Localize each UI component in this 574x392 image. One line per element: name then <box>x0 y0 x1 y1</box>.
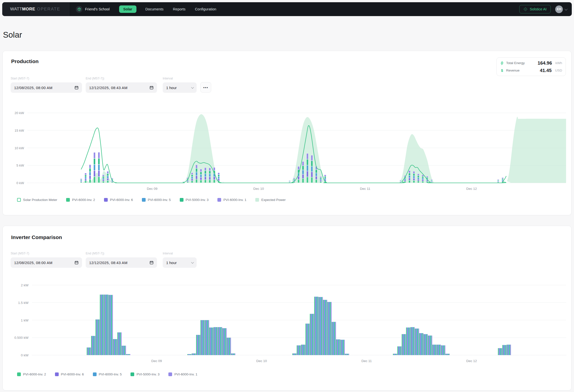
legend-item[interactable]: PVI-6000-Inv. 6 <box>55 372 84 376</box>
legend-label: PVI-6000-Inv. 5 <box>99 372 122 376</box>
brand-watt: WATT <box>10 7 22 11</box>
legend-label: Solar Production Meter <box>23 198 57 202</box>
svg-text:Dec 10: Dec 10 <box>256 359 267 363</box>
legend-label: PVI-6000-Inv. 5 <box>148 198 171 202</box>
sparkle-expand-icon <box>523 7 527 11</box>
legend-item[interactable]: PVI-6000-Inv. 2 <box>17 372 46 376</box>
legend-swatch <box>17 372 21 376</box>
nav-item-configuration[interactable]: Configuration <box>194 5 217 13</box>
svg-text:Dec 10: Dec 10 <box>253 187 264 191</box>
svg-text:0.500 kW: 0.500 kW <box>14 336 28 340</box>
nav-item-documents[interactable]: Documents <box>145 5 164 13</box>
nav-item-solar[interactable]: Solar <box>119 5 136 13</box>
legend-swatch <box>142 198 146 202</box>
solstice-ai-button[interactable]: Solstice AI <box>519 5 551 13</box>
inverter-comparison-chart[interactable]: 0 kW0.500 kW1 kW1.5 kW2 kWDec 09Dec 10De… <box>3 226 572 391</box>
legend-item[interactable]: PVI-5000-Inv. 3 <box>130 372 159 376</box>
legend-item[interactable]: PVI-6000-Inv. 1 <box>168 372 197 376</box>
solstice-ai-label: Solstice AI <box>530 7 547 11</box>
site-name: Friend's School <box>85 7 109 11</box>
legend-swatch <box>17 198 21 202</box>
legend-item[interactable]: PVI-6000-Inv. 1 <box>217 198 246 202</box>
legend-label: PVI-6000-Inv. 6 <box>110 198 133 202</box>
svg-text:Dec 11: Dec 11 <box>362 359 372 363</box>
legend-swatch <box>180 198 183 202</box>
svg-text:Dec 11: Dec 11 <box>360 187 370 191</box>
svg-text:Dec 09: Dec 09 <box>151 359 162 363</box>
svg-text:1 kW: 1 kW <box>21 318 28 322</box>
svg-text:15 kW: 15 kW <box>15 129 24 132</box>
legend-label: PVI-5000-Inv. 3 <box>136 372 159 376</box>
legend-swatch <box>217 198 221 202</box>
legend-swatch <box>104 198 108 202</box>
legend-item[interactable]: Expected Power <box>255 198 286 202</box>
legend-item[interactable]: PVI-6000-Inv. 5 <box>142 198 171 202</box>
chevron-down-icon <box>565 7 568 10</box>
svg-text:20 kW: 20 kW <box>15 111 24 115</box>
nav-item-reports[interactable]: Reports <box>172 5 186 13</box>
legend-label: PVI-6000-Inv. 1 <box>223 198 246 202</box>
legend-swatch <box>93 372 97 376</box>
legend-label: PVI-5000-Inv. 3 <box>186 198 209 202</box>
legend-item[interactable]: PVI-5000-Inv. 3 <box>180 198 209 202</box>
nav-menu: SolarDocumentsReportsConfiguration <box>119 5 217 13</box>
legend-label: PVI-6000-Inv. 2 <box>23 372 46 376</box>
legend-swatch <box>55 372 59 376</box>
legend-item[interactable]: PVI-6000-Inv. 2 <box>66 198 95 202</box>
svg-text:0 kW: 0 kW <box>16 181 24 185</box>
legend-item[interactable]: PVI-6000-Inv. 6 <box>104 198 133 202</box>
legend-swatch <box>66 198 70 202</box>
svg-text:10 kW: 10 kW <box>15 146 24 150</box>
svg-text:1.5 kW: 1.5 kW <box>18 301 28 305</box>
user-menu[interactable]: EH <box>555 5 567 13</box>
legend-swatch <box>168 372 172 376</box>
brand-operate: OPERATE <box>37 7 60 11</box>
page-title: Solar <box>3 30 22 40</box>
production-legend: Solar Production MeterPVI-6000-Inv. 2PVI… <box>17 198 286 202</box>
legend-swatch <box>255 198 259 202</box>
brand-logo: WATTMOREOPERATE <box>2 2 69 16</box>
site-cube-icon <box>76 6 82 13</box>
production-chart[interactable]: 0 kW5 kW10 kW15 kW20 kWDec 09Dec 10Dec 1… <box>3 51 572 216</box>
production-card: Production Total Energy164.96kWh$Revenue… <box>2 51 572 215</box>
site-switcher[interactable]: Friend's School <box>76 6 109 13</box>
top-navbar: WATTMOREOPERATE Friend's School SolarDoc… <box>2 2 572 16</box>
inverter-legend: PVI-6000-Inv. 2PVI-6000-Inv. 6PVI-6000-I… <box>17 372 197 376</box>
svg-text:Dec 12: Dec 12 <box>466 359 477 363</box>
inverter-comparison-card: Inverter Comparison Start (MST-7) 12/08/… <box>2 226 572 391</box>
svg-text:0 kW: 0 kW <box>21 353 28 357</box>
legend-label: PVI-6000-Inv. 2 <box>72 198 95 202</box>
legend-label: PVI-6000-Inv. 6 <box>61 372 84 376</box>
svg-text:Dec 09: Dec 09 <box>147 187 157 191</box>
legend-swatch <box>130 372 134 376</box>
legend-item[interactable]: PVI-6000-Inv. 5 <box>93 372 122 376</box>
legend-label: PVI-6000-Inv. 1 <box>174 372 197 376</box>
brand-more: MORE <box>22 7 35 11</box>
legend-label: Expected Power <box>261 198 286 202</box>
avatar: EH <box>555 5 563 13</box>
svg-text:5 kW: 5 kW <box>16 164 24 167</box>
svg-text:2 kW: 2 kW <box>21 283 28 287</box>
legend-item[interactable]: Solar Production Meter <box>17 198 57 202</box>
svg-text:Dec 12: Dec 12 <box>466 187 477 191</box>
